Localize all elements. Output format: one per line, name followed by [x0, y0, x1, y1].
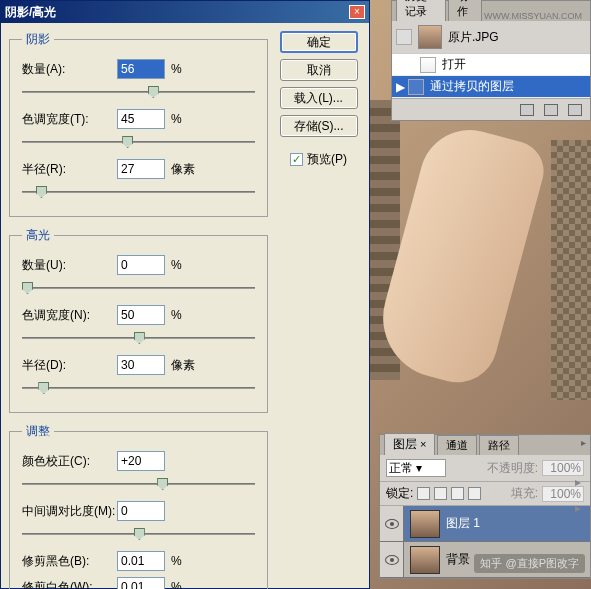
adjustments-group: 调整 颜色校正(C): 中间调对比度(M): 修剪黑色(B): % 修剪 — [9, 423, 268, 589]
highlights-tonal-slider[interactable] — [22, 330, 255, 346]
midtone-contrast-label: 中间调对比度(M): — [22, 503, 117, 520]
highlights-group: 高光 数量(U): % 色调宽度(N): % 半径(D): 像素 — [9, 227, 268, 413]
shadows-tonal-label: 色调宽度(T): — [22, 111, 117, 128]
opacity-label: 不透明度: — [487, 460, 538, 477]
shadows-amount-input[interactable] — [117, 59, 165, 79]
watermark-text: 知乎 @直接P图改字 — [474, 554, 585, 573]
dialog-title: 阴影/高光 — [5, 4, 56, 21]
close-icon[interactable]: × — [349, 5, 365, 19]
unit-percent: % — [171, 308, 201, 322]
play-icon: ▶ — [396, 80, 402, 94]
history-snapshot[interactable]: 原片.JPG — [392, 21, 590, 54]
highlights-tonal-label: 色调宽度(N): — [22, 307, 117, 324]
history-item[interactable]: 打开 — [392, 54, 590, 76]
eye-icon — [385, 555, 399, 565]
shadows-tonal-input[interactable] — [117, 109, 165, 129]
highlights-radius-slider[interactable] — [22, 380, 255, 396]
history-step-label: 通过拷贝的图层 — [430, 78, 514, 95]
document-icon — [420, 57, 436, 73]
image-decor — [551, 140, 591, 400]
adjustments-legend: 调整 — [22, 423, 54, 440]
blend-mode-select[interactable]: 正常 ▾ — [386, 459, 446, 477]
lock-all-icon[interactable] — [468, 487, 481, 500]
panel-menu-icon[interactable]: ▸ — [581, 437, 586, 448]
tab-channels[interactable]: 通道 — [437, 435, 477, 455]
highlights-radius-label: 半径(D): — [22, 357, 117, 374]
cancel-button[interactable]: 取消 — [280, 59, 358, 81]
highlights-amount-input[interactable] — [117, 255, 165, 275]
snapshot-thumb — [418, 25, 442, 49]
white-clip-label: 修剪白色(W): — [22, 579, 117, 590]
shadows-amount-slider[interactable] — [22, 84, 255, 100]
brush-icon — [396, 29, 412, 45]
unit-px: 像素 — [171, 161, 201, 178]
unit-px: 像素 — [171, 357, 201, 374]
history-footer — [392, 98, 590, 120]
save-button[interactable]: 存储(S)... — [280, 115, 358, 137]
preview-label: 预览(P) — [307, 151, 347, 168]
layer-name: 图层 1 — [446, 515, 590, 532]
shadows-highlights-dialog: 阴影/高光 × 阴影 数量(A): % 色调宽度(T): % 半径( — [0, 0, 370, 589]
history-step-label: 打开 — [442, 56, 466, 73]
midtone-contrast-input[interactable] — [117, 501, 165, 521]
shadows-radius-slider[interactable] — [22, 184, 255, 200]
highlights-amount-slider[interactable] — [22, 280, 255, 296]
highlights-legend: 高光 — [22, 227, 54, 244]
opacity-input[interactable]: 100% ▸ — [542, 460, 584, 476]
tab-history[interactable]: 历史记录 — [396, 0, 446, 21]
snapshot-name: 原片.JPG — [448, 29, 499, 46]
preview-checkbox[interactable]: ✓ 预览(P) — [290, 151, 347, 168]
shadows-group: 阴影 数量(A): % 色调宽度(T): % 半径(R): 像素 — [9, 31, 268, 217]
black-clip-input[interactable] — [117, 551, 165, 571]
lock-transparency-icon[interactable] — [417, 487, 430, 500]
layer-thumbnail — [410, 510, 440, 538]
unit-percent: % — [171, 112, 201, 126]
lock-position-icon[interactable] — [451, 487, 464, 500]
visibility-toggle[interactable] — [380, 542, 404, 577]
shadows-tonal-slider[interactable] — [22, 134, 255, 150]
layer-icon — [408, 79, 424, 95]
new-doc-icon[interactable] — [520, 104, 534, 116]
watermark-url: WWW.MISSYUAN.COM — [484, 11, 586, 21]
eye-icon — [385, 519, 399, 529]
photoshop-workspace: 历史记录 动作 WWW.MISSYUAN.COM 原片.JPG 打开 ▶ 通过拷… — [370, 0, 591, 589]
fill-label: 填充: — [511, 485, 538, 502]
visibility-toggle[interactable] — [380, 506, 404, 541]
ok-button[interactable]: 确定 — [280, 31, 358, 53]
fill-input[interactable]: 100% ▸ — [542, 486, 584, 502]
layer-item[interactable]: 图层 1 — [380, 506, 590, 542]
highlights-amount-label: 数量(U): — [22, 257, 117, 274]
lock-pixels-icon[interactable] — [434, 487, 447, 500]
unit-percent: % — [171, 62, 201, 76]
load-button[interactable]: 载入(L)... — [280, 87, 358, 109]
tab-paths[interactable]: 路径 — [479, 435, 519, 455]
trash-icon[interactable] — [568, 104, 582, 116]
color-correction-input[interactable] — [117, 451, 165, 471]
tab-actions[interactable]: 动作 — [448, 0, 482, 21]
highlights-tonal-input[interactable] — [117, 305, 165, 325]
tab-layers[interactable]: 图层 × — [384, 433, 435, 455]
shadows-legend: 阴影 — [22, 31, 54, 48]
dialog-titlebar[interactable]: 阴影/高光 × — [1, 1, 369, 23]
shadows-amount-label: 数量(A): — [22, 61, 117, 78]
layer-thumbnail — [410, 546, 440, 574]
history-panel: 历史记录 动作 WWW.MISSYUAN.COM 原片.JPG 打开 ▶ 通过拷… — [391, 0, 591, 121]
shadows-radius-label: 半径(R): — [22, 161, 117, 178]
unit-percent: % — [171, 580, 201, 589]
shadows-radius-input[interactable] — [117, 159, 165, 179]
white-clip-input[interactable] — [117, 577, 165, 589]
black-clip-label: 修剪黑色(B): — [22, 553, 117, 570]
check-icon: ✓ — [290, 153, 303, 166]
highlights-radius-input[interactable] — [117, 355, 165, 375]
lock-label: 锁定: — [386, 485, 413, 502]
unit-percent: % — [171, 554, 201, 568]
snapshot-icon[interactable] — [544, 104, 558, 116]
color-correction-label: 颜色校正(C): — [22, 453, 117, 470]
color-correction-slider[interactable] — [22, 476, 255, 492]
unit-percent: % — [171, 258, 201, 272]
history-item[interactable]: ▶ 通过拷贝的图层 — [392, 76, 590, 98]
midtone-contrast-slider[interactable] — [22, 526, 255, 542]
